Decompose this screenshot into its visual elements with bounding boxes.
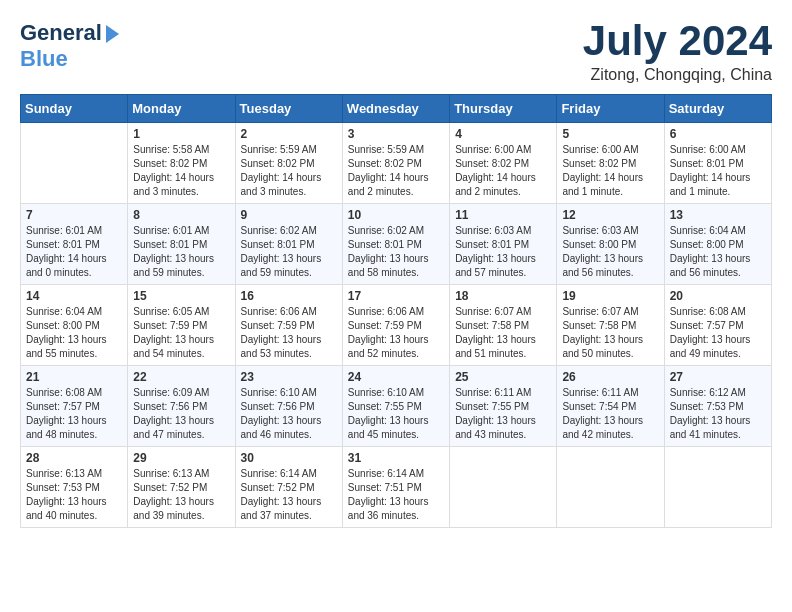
day-number: 18	[455, 289, 551, 303]
day-info: Sunrise: 6:01 AMSunset: 8:01 PMDaylight:…	[26, 224, 122, 280]
day-info: Sunrise: 6:08 AMSunset: 7:57 PMDaylight:…	[26, 386, 122, 442]
calendar-cell: 27Sunrise: 6:12 AMSunset: 7:53 PMDayligh…	[664, 366, 771, 447]
title-section: July 2024 Zitong, Chongqing, China	[583, 20, 772, 84]
day-number: 24	[348, 370, 444, 384]
day-info: Sunrise: 6:13 AMSunset: 7:53 PMDaylight:…	[26, 467, 122, 523]
day-number: 17	[348, 289, 444, 303]
day-info: Sunrise: 6:05 AMSunset: 7:59 PMDaylight:…	[133, 305, 229, 361]
day-info: Sunrise: 6:00 AMSunset: 8:02 PMDaylight:…	[455, 143, 551, 199]
calendar-col-sunday: Sunday	[21, 95, 128, 123]
day-info: Sunrise: 6:06 AMSunset: 7:59 PMDaylight:…	[348, 305, 444, 361]
calendar-week-2: 7Sunrise: 6:01 AMSunset: 8:01 PMDaylight…	[21, 204, 772, 285]
day-number: 9	[241, 208, 337, 222]
logo-arrow-icon	[106, 25, 119, 43]
calendar-cell: 16Sunrise: 6:06 AMSunset: 7:59 PMDayligh…	[235, 285, 342, 366]
calendar-cell: 19Sunrise: 6:07 AMSunset: 7:58 PMDayligh…	[557, 285, 664, 366]
calendar-week-4: 21Sunrise: 6:08 AMSunset: 7:57 PMDayligh…	[21, 366, 772, 447]
day-info: Sunrise: 6:14 AMSunset: 7:52 PMDaylight:…	[241, 467, 337, 523]
day-number: 31	[348, 451, 444, 465]
day-info: Sunrise: 6:12 AMSunset: 7:53 PMDaylight:…	[670, 386, 766, 442]
day-info: Sunrise: 6:00 AMSunset: 8:02 PMDaylight:…	[562, 143, 658, 199]
calendar-col-wednesday: Wednesday	[342, 95, 449, 123]
day-info: Sunrise: 6:11 AMSunset: 7:55 PMDaylight:…	[455, 386, 551, 442]
day-number: 6	[670, 127, 766, 141]
calendar-cell: 22Sunrise: 6:09 AMSunset: 7:56 PMDayligh…	[128, 366, 235, 447]
day-info: Sunrise: 6:10 AMSunset: 7:55 PMDaylight:…	[348, 386, 444, 442]
day-number: 19	[562, 289, 658, 303]
day-number: 15	[133, 289, 229, 303]
calendar-cell: 28Sunrise: 6:13 AMSunset: 7:53 PMDayligh…	[21, 447, 128, 528]
calendar-col-friday: Friday	[557, 95, 664, 123]
day-info: Sunrise: 6:04 AMSunset: 8:00 PMDaylight:…	[670, 224, 766, 280]
day-number: 8	[133, 208, 229, 222]
day-info: Sunrise: 6:09 AMSunset: 7:56 PMDaylight:…	[133, 386, 229, 442]
day-number: 29	[133, 451, 229, 465]
calendar-cell: 31Sunrise: 6:14 AMSunset: 7:51 PMDayligh…	[342, 447, 449, 528]
calendar-cell: 10Sunrise: 6:02 AMSunset: 8:01 PMDayligh…	[342, 204, 449, 285]
calendar-cell: 29Sunrise: 6:13 AMSunset: 7:52 PMDayligh…	[128, 447, 235, 528]
calendar-cell: 24Sunrise: 6:10 AMSunset: 7:55 PMDayligh…	[342, 366, 449, 447]
day-number: 28	[26, 451, 122, 465]
day-info: Sunrise: 5:59 AMSunset: 8:02 PMDaylight:…	[241, 143, 337, 199]
calendar-week-3: 14Sunrise: 6:04 AMSunset: 8:00 PMDayligh…	[21, 285, 772, 366]
day-number: 14	[26, 289, 122, 303]
calendar-cell: 7Sunrise: 6:01 AMSunset: 8:01 PMDaylight…	[21, 204, 128, 285]
logo-blue: Blue	[20, 46, 68, 71]
day-info: Sunrise: 6:07 AMSunset: 7:58 PMDaylight:…	[455, 305, 551, 361]
calendar-cell	[450, 447, 557, 528]
calendar-cell: 3Sunrise: 5:59 AMSunset: 8:02 PMDaylight…	[342, 123, 449, 204]
day-info: Sunrise: 6:13 AMSunset: 7:52 PMDaylight:…	[133, 467, 229, 523]
day-number: 4	[455, 127, 551, 141]
day-number: 5	[562, 127, 658, 141]
calendar-cell: 18Sunrise: 6:07 AMSunset: 7:58 PMDayligh…	[450, 285, 557, 366]
calendar-cell	[664, 447, 771, 528]
day-number: 23	[241, 370, 337, 384]
calendar-cell: 8Sunrise: 6:01 AMSunset: 8:01 PMDaylight…	[128, 204, 235, 285]
calendar-col-thursday: Thursday	[450, 95, 557, 123]
calendar-cell: 5Sunrise: 6:00 AMSunset: 8:02 PMDaylight…	[557, 123, 664, 204]
day-info: Sunrise: 6:03 AMSunset: 8:00 PMDaylight:…	[562, 224, 658, 280]
calendar-cell: 2Sunrise: 5:59 AMSunset: 8:02 PMDaylight…	[235, 123, 342, 204]
day-number: 27	[670, 370, 766, 384]
day-number: 10	[348, 208, 444, 222]
day-info: Sunrise: 6:11 AMSunset: 7:54 PMDaylight:…	[562, 386, 658, 442]
day-number: 1	[133, 127, 229, 141]
day-number: 30	[241, 451, 337, 465]
day-info: Sunrise: 6:02 AMSunset: 8:01 PMDaylight:…	[241, 224, 337, 280]
day-number: 12	[562, 208, 658, 222]
calendar-table: SundayMondayTuesdayWednesdayThursdayFrid…	[20, 94, 772, 528]
calendar-col-tuesday: Tuesday	[235, 95, 342, 123]
day-number: 11	[455, 208, 551, 222]
calendar-cell: 14Sunrise: 6:04 AMSunset: 8:00 PMDayligh…	[21, 285, 128, 366]
day-number: 21	[26, 370, 122, 384]
day-number: 2	[241, 127, 337, 141]
calendar-cell: 15Sunrise: 6:05 AMSunset: 7:59 PMDayligh…	[128, 285, 235, 366]
calendar-col-saturday: Saturday	[664, 95, 771, 123]
calendar-cell: 9Sunrise: 6:02 AMSunset: 8:01 PMDaylight…	[235, 204, 342, 285]
calendar-cell: 6Sunrise: 6:00 AMSunset: 8:01 PMDaylight…	[664, 123, 771, 204]
day-number: 13	[670, 208, 766, 222]
calendar-week-1: 1Sunrise: 5:58 AMSunset: 8:02 PMDaylight…	[21, 123, 772, 204]
day-info: Sunrise: 6:06 AMSunset: 7:59 PMDaylight:…	[241, 305, 337, 361]
calendar-cell: 25Sunrise: 6:11 AMSunset: 7:55 PMDayligh…	[450, 366, 557, 447]
day-info: Sunrise: 6:04 AMSunset: 8:00 PMDaylight:…	[26, 305, 122, 361]
calendar-cell: 23Sunrise: 6:10 AMSunset: 7:56 PMDayligh…	[235, 366, 342, 447]
logo: General Blue	[20, 20, 119, 72]
day-info: Sunrise: 6:10 AMSunset: 7:56 PMDaylight:…	[241, 386, 337, 442]
calendar-cell: 26Sunrise: 6:11 AMSunset: 7:54 PMDayligh…	[557, 366, 664, 447]
day-info: Sunrise: 6:01 AMSunset: 8:01 PMDaylight:…	[133, 224, 229, 280]
page-header: General Blue July 2024 Zitong, Chongqing…	[20, 20, 772, 84]
calendar-cell: 4Sunrise: 6:00 AMSunset: 8:02 PMDaylight…	[450, 123, 557, 204]
day-info: Sunrise: 6:07 AMSunset: 7:58 PMDaylight:…	[562, 305, 658, 361]
day-number: 7	[26, 208, 122, 222]
day-info: Sunrise: 6:03 AMSunset: 8:01 PMDaylight:…	[455, 224, 551, 280]
calendar-cell	[21, 123, 128, 204]
calendar-cell: 11Sunrise: 6:03 AMSunset: 8:01 PMDayligh…	[450, 204, 557, 285]
day-number: 25	[455, 370, 551, 384]
calendar-cell: 30Sunrise: 6:14 AMSunset: 7:52 PMDayligh…	[235, 447, 342, 528]
day-number: 16	[241, 289, 337, 303]
day-number: 22	[133, 370, 229, 384]
location-label: Zitong, Chongqing, China	[583, 66, 772, 84]
calendar-cell: 21Sunrise: 6:08 AMSunset: 7:57 PMDayligh…	[21, 366, 128, 447]
calendar-header-row: SundayMondayTuesdayWednesdayThursdayFrid…	[21, 95, 772, 123]
